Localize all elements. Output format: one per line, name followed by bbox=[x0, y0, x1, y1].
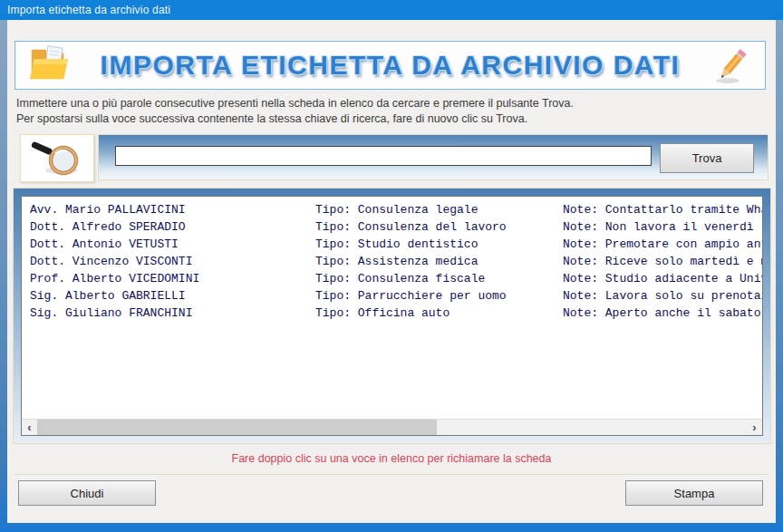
contact-name: Dott. Alfredo SPERADIO bbox=[30, 218, 315, 236]
scrollbar-thumb[interactable] bbox=[37, 420, 437, 435]
contact-note: Note: Aperto anche il sabato bbox=[563, 305, 762, 322]
title-bar: Importa etichetta da archivio dati bbox=[0, 0, 783, 20]
print-button[interactable]: Stampa bbox=[625, 480, 763, 506]
table-row[interactable]: Sig. Giuliano FRANCHINI Tipo: Officina a… bbox=[22, 305, 762, 322]
open-folder-icon bbox=[28, 45, 70, 85]
instructions-line1: Immettere una o più parole consecutive p… bbox=[16, 96, 768, 111]
scroll-right-arrow-icon[interactable]: › bbox=[747, 420, 762, 435]
contact-type: Tipo: Consulenza fiscale bbox=[315, 270, 563, 287]
contact-note: Note: Riceve solo martedì e m bbox=[563, 253, 762, 270]
pencil-icon bbox=[710, 45, 752, 85]
contact-name: Dott. Antonio VETUSTI bbox=[30, 236, 315, 253]
contact-type: Tipo: Officina auto bbox=[315, 305, 563, 322]
horizontal-scrollbar[interactable]: ‹ › bbox=[22, 419, 762, 435]
contact-type: Tipo: Parrucchiere per uomo bbox=[315, 287, 563, 305]
window-title: Importa etichetta da archivio dati bbox=[0, 4, 170, 16]
search-icon-box bbox=[20, 134, 94, 182]
contact-note: Note: Lavora solo su prenotaz bbox=[563, 287, 762, 305]
header-banner: IMPORTA ETICHETTA DA ARCHIVIO DATI bbox=[14, 41, 766, 90]
contact-note: Note: Contattarlo tramite Wha bbox=[563, 201, 762, 218]
results-rows: Avv. Mario PALLAVICINI Tipo: Consulenza … bbox=[22, 197, 762, 322]
table-row[interactable]: Dott. Vincenzo VISCONTI Tipo: Assistenza… bbox=[22, 253, 762, 270]
dialog-content: IMPORTA ETICHETTA DA ARCHIVIO DATI Immet… bbox=[7, 20, 776, 523]
contact-type: Tipo: Assistenza medica bbox=[315, 253, 563, 270]
table-row[interactable]: Sig. Alberto GABRIELLI Tipo: Parrucchier… bbox=[22, 287, 762, 305]
contact-name: Sig. Alberto GABRIELLI bbox=[30, 287, 315, 305]
contact-type: Tipo: Studio dentistico bbox=[315, 236, 563, 253]
instructions-line2: Per spostarsi sulla voce successiva cont… bbox=[16, 111, 768, 127]
contact-type: Tipo: Consulenza del lavoro bbox=[315, 218, 563, 236]
contact-name: Prof. Alberto VICEDOMINI bbox=[30, 270, 315, 287]
double-click-hint: Fare doppio clic su una voce in elenco p… bbox=[7, 452, 776, 465]
table-row[interactable]: Avv. Mario PALLAVICINI Tipo: Consulenza … bbox=[22, 201, 762, 218]
close-button[interactable]: Chiudi bbox=[18, 480, 156, 506]
list-frame: Avv. Mario PALLAVICINI Tipo: Consulenza … bbox=[13, 188, 771, 444]
magnifier-icon bbox=[29, 140, 85, 178]
app-window: Importa etichetta da archivio dati IMPOR… bbox=[0, 0, 783, 532]
page-title: IMPORTA ETICHETTA DA ARCHIVIO DATI bbox=[70, 50, 710, 81]
instructions-text: Immettere una o più parole consecutive p… bbox=[16, 96, 768, 126]
contact-note: Note: Non lavora il venerdì bbox=[563, 218, 762, 236]
contact-type: Tipo: Consulenza legale bbox=[315, 201, 563, 218]
contact-name: Avv. Mario PALLAVICINI bbox=[30, 201, 315, 218]
scroll-left-arrow-icon[interactable]: ‹ bbox=[22, 420, 37, 435]
table-row[interactable]: Dott. Alfredo SPERADIO Tipo: Consulenza … bbox=[22, 218, 762, 236]
results-listbox[interactable]: Avv. Mario PALLAVICINI Tipo: Consulenza … bbox=[21, 196, 763, 436]
footer-separator bbox=[14, 474, 768, 475]
table-row[interactable]: Prof. Alberto VICEDOMINI Tipo: Consulenz… bbox=[22, 270, 762, 287]
contact-name: Sig. Giuliano FRANCHINI bbox=[30, 305, 315, 322]
contact-name: Dott. Vincenzo VISCONTI bbox=[30, 253, 315, 270]
find-button[interactable]: Trova bbox=[660, 143, 754, 173]
search-input[interactable] bbox=[115, 146, 652, 166]
contact-note: Note: Premotare con ampio ant bbox=[563, 236, 762, 253]
search-panel: Trova bbox=[98, 134, 768, 180]
table-row[interactable]: Dott. Antonio VETUSTI Tipo: Studio denti… bbox=[22, 236, 762, 253]
contact-note: Note: Studio adiacente a Univ bbox=[563, 270, 762, 287]
